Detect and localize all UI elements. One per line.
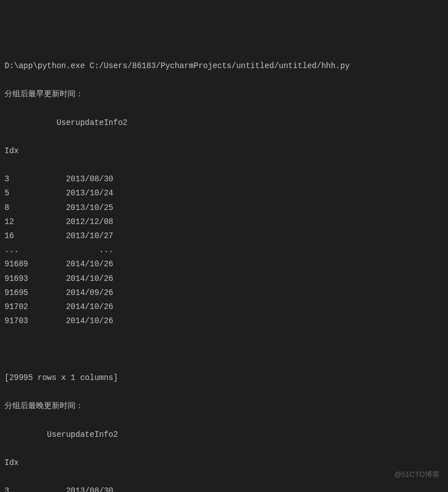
table-row: 91702 2014/10/26: [5, 300, 443, 314]
section2-column-header: UserupdateInfo2: [5, 428, 443, 442]
section2-rows: 3 2013/08/305 2013/10/248 2013/11/0412 2…: [5, 484, 443, 492]
table-row: 8 2013/10/25: [5, 201, 443, 215]
table-row: 5 2013/10/24: [5, 186, 443, 200]
command-line: D:\app\python.exe C:/Users/86183/Pycharm…: [5, 59, 443, 73]
section1-index-header: Idx: [5, 144, 443, 158]
table-row: 91693 2014/10/26: [5, 272, 443, 286]
table-row: 3 2013/08/30: [5, 172, 443, 186]
section1-column-header: UserupdateInfo2: [5, 116, 443, 130]
table-row: 16 2013/10/27: [5, 229, 443, 243]
watermark: @51CTO博客: [394, 468, 440, 481]
section2-title: 分组后最晚更新时间：: [5, 399, 443, 413]
table-row: 91695 2014/09/26: [5, 286, 443, 300]
section1-summary: [29995 rows x 1 columns]: [5, 371, 443, 385]
section2-index-header: Idx: [5, 456, 443, 470]
table-row: 91703 2014/10/26: [5, 314, 443, 328]
section1-title: 分组后最早更新时间：: [5, 87, 443, 101]
table-row: 91689 2014/10/26: [5, 257, 443, 271]
table-row: 3 2013/08/30: [5, 484, 443, 492]
table-row: ... ...: [5, 243, 443, 257]
section1-rows: 3 2013/08/305 2013/10/248 2013/10/2512 2…: [5, 172, 443, 328]
blank-line-1: [5, 343, 443, 357]
table-row: 12 2012/12/08: [5, 215, 443, 229]
